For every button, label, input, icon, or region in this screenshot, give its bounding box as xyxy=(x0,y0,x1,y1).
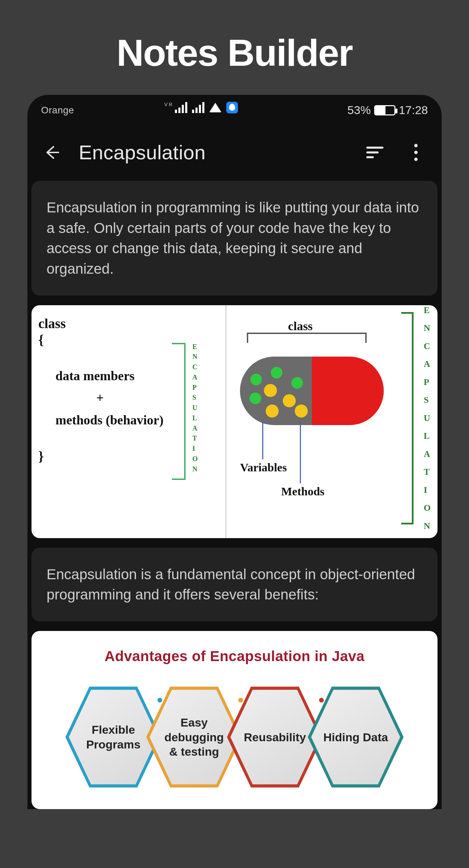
top-bracket-icon xyxy=(247,333,367,343)
back-button[interactable] xyxy=(41,144,62,161)
sort-icon xyxy=(366,147,383,158)
notes-list[interactable]: Encapsulation in programming is like put… xyxy=(27,181,442,809)
signal-icon xyxy=(175,102,187,113)
code-brace-close: } xyxy=(38,448,219,464)
note-text-card[interactable]: Encapsulation is a fundamental concept i… xyxy=(31,548,438,621)
note-text: Encapsulation in programming is like put… xyxy=(47,199,419,277)
arrow-left-icon xyxy=(43,144,60,161)
encapsulation-vertical-label-small: ENCAPSULATION xyxy=(192,343,199,473)
code-brace-open: { xyxy=(38,332,219,348)
note-text-card[interactable]: Encapsulation in programming is like put… xyxy=(31,181,438,296)
status-bar: Orange V R 53% 17:28 xyxy=(27,95,442,120)
diagram-title: Advantages of Encapsulation in Java xyxy=(31,631,438,665)
encapsulation-vertical-label-large: ENCAPSULATION xyxy=(424,305,431,531)
methods-label: Methods xyxy=(281,485,325,498)
wifi-icon xyxy=(209,103,221,112)
bracket-icon xyxy=(172,343,186,480)
signal-icon-2 xyxy=(192,102,204,113)
shield-icon xyxy=(226,102,238,113)
note-image-card[interactable]: class { data members + methods (behavior… xyxy=(31,305,438,538)
clock: 17:28 xyxy=(399,103,428,117)
diagram-class-label: class xyxy=(288,319,313,333)
hex-label-flexible: Flexible Programs xyxy=(69,686,158,789)
leader-line xyxy=(262,422,263,459)
more-button[interactable] xyxy=(404,144,428,161)
hex-label-debugging: Easy debugging & testing xyxy=(150,686,239,789)
leader-line xyxy=(300,422,301,483)
variables-label: Variables xyxy=(240,461,287,474)
battery-percent: 53% xyxy=(347,103,371,117)
network-indicator-small: V R xyxy=(164,102,172,107)
note-text: Encapsulation is a fundamental concept i… xyxy=(47,566,415,603)
encapsulation-diagram: class { data members + methods (behavior… xyxy=(31,305,438,538)
phone-frame: Orange V R 53% 17:28 Encapsulation xyxy=(27,95,442,809)
carrier-label: Orange xyxy=(41,105,74,116)
sort-button[interactable] xyxy=(363,147,387,158)
hex-label-reusability: Reusability xyxy=(230,686,319,789)
page-heading: Notes Builder xyxy=(0,0,469,95)
screen-title: Encapsulation xyxy=(79,141,346,164)
note-image-card[interactable]: Advantages of Encapsulation in Java Flex… xyxy=(31,631,438,809)
big-bracket-icon xyxy=(401,312,414,524)
app-bar: Encapsulation xyxy=(27,120,442,181)
battery-icon xyxy=(374,105,395,115)
hex-label-hiding: Hiding Data xyxy=(311,686,400,789)
advantages-diagram: Advantages of Encapsulation in Java Flex… xyxy=(31,631,438,809)
more-vert-icon xyxy=(414,144,418,161)
capsule-icon xyxy=(240,357,384,425)
code-keyword-class: class xyxy=(38,315,219,332)
code-plus: + xyxy=(55,387,144,409)
